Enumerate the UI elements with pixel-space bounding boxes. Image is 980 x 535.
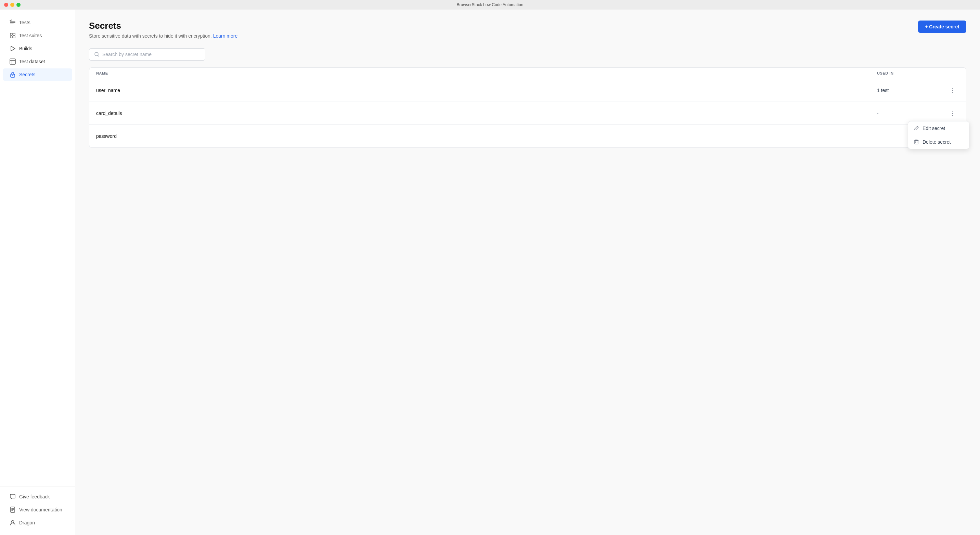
more-options-button[interactable]: ⋮ <box>945 108 959 118</box>
traffic-lights <box>4 3 21 7</box>
sidebar-nav: Tests Test suites <box>0 14 75 486</box>
create-secret-button[interactable]: + Create secret <box>918 21 966 33</box>
secret-used-in: 1 test <box>877 87 945 93</box>
svg-rect-3 <box>10 33 12 35</box>
secret-name: password <box>96 133 877 139</box>
svg-rect-4 <box>13 33 15 35</box>
minimize-button[interactable] <box>10 3 14 7</box>
delete-secret-item[interactable]: Delete secret <box>908 135 969 149</box>
delete-secret-label: Delete secret <box>923 139 951 145</box>
svg-rect-5 <box>10 36 12 38</box>
list-icon <box>10 19 16 25</box>
sidebar-item-view-documentation-label: View documentation <box>19 507 62 513</box>
sidebar-item-secrets[interactable]: Secrets <box>3 68 72 81</box>
page-description: Store sensitive data with secrets to hid… <box>89 33 237 39</box>
edit-secret-item[interactable]: Edit secret <box>908 121 969 135</box>
secret-used-in: - <box>877 111 945 116</box>
feedback-icon <box>10 494 16 500</box>
dropdown-menu: Edit secret Delete secret <box>908 121 969 149</box>
edit-secret-label: Edit secret <box>923 125 945 131</box>
edit-icon <box>914 125 919 131</box>
sidebar: Tests Test suites <box>0 10 75 535</box>
doc-icon <box>10 506 16 513</box>
search-container <box>89 48 966 60</box>
sidebar-item-test-suites-label: Test suites <box>19 33 42 38</box>
table-row: password ⋮ <box>89 125 966 148</box>
page-title: Secrets <box>89 21 237 31</box>
sidebar-item-give-feedback[interactable]: Give feedback <box>3 491 72 503</box>
play-icon <box>10 46 16 52</box>
svg-line-20 <box>98 56 99 57</box>
table-header: NAME USED IN <box>89 68 966 79</box>
grid-icon <box>10 32 16 39</box>
table-icon <box>10 59 16 65</box>
svg-rect-13 <box>10 494 15 498</box>
search-icon <box>94 52 100 57</box>
sidebar-item-give-feedback-label: Give feedback <box>19 494 50 499</box>
sidebar-item-test-dataset[interactable]: Test dataset <box>3 56 72 68</box>
page-header: Secrets Store sensitive data with secret… <box>89 21 966 39</box>
svg-rect-21 <box>915 141 918 144</box>
column-header-name: NAME <box>96 71 877 75</box>
app-container: Tests Test suites <box>0 10 980 535</box>
window-title: BrowserStack Low Code Automation <box>457 2 523 7</box>
secret-name: user_name <box>96 87 877 93</box>
sidebar-item-user[interactable]: Dragon <box>3 516 72 529</box>
main-content: Secrets Store sensitive data with secret… <box>75 10 980 535</box>
lock-icon <box>10 71 16 78</box>
sidebar-item-test-suites[interactable]: Test suites <box>3 29 72 42</box>
svg-rect-6 <box>13 36 15 38</box>
secrets-table: NAME USED IN user_name 1 test ⋮ card_det… <box>89 67 966 148</box>
table-row: card_details - ⋮ Edit secret <box>89 102 966 125</box>
sidebar-item-view-documentation[interactable]: View documentation <box>3 503 72 516</box>
column-header-used-in: USED IN <box>877 71 945 75</box>
table-row: user_name 1 test ⋮ <box>89 79 966 102</box>
secret-name: card_details <box>96 111 877 116</box>
svg-point-18 <box>12 521 14 523</box>
sidebar-item-tests[interactable]: Tests <box>3 16 72 29</box>
search-box <box>89 48 205 60</box>
sidebar-item-user-label: Dragon <box>19 520 35 525</box>
close-button[interactable] <box>4 3 8 7</box>
sidebar-footer: Give feedback View documentation <box>0 486 75 531</box>
sidebar-item-test-dataset-label: Test dataset <box>19 59 45 64</box>
svg-rect-8 <box>10 59 15 64</box>
learn-more-link[interactable]: Learn more <box>213 33 238 39</box>
maximize-button[interactable] <box>16 3 21 7</box>
sidebar-item-secrets-label: Secrets <box>19 72 35 77</box>
trash-icon <box>914 139 919 145</box>
svg-marker-7 <box>11 46 15 51</box>
page-header-left: Secrets Store sensitive data with secret… <box>89 21 237 39</box>
sidebar-item-builds[interactable]: Builds <box>3 43 72 55</box>
sidebar-item-builds-label: Builds <box>19 46 32 51</box>
title-bar: BrowserStack Low Code Automation <box>0 0 980 10</box>
search-input[interactable] <box>102 52 200 57</box>
sidebar-item-tests-label: Tests <box>19 20 30 25</box>
more-options-button[interactable]: ⋮ <box>945 85 959 95</box>
svg-point-12 <box>12 75 13 76</box>
user-icon <box>10 520 16 526</box>
